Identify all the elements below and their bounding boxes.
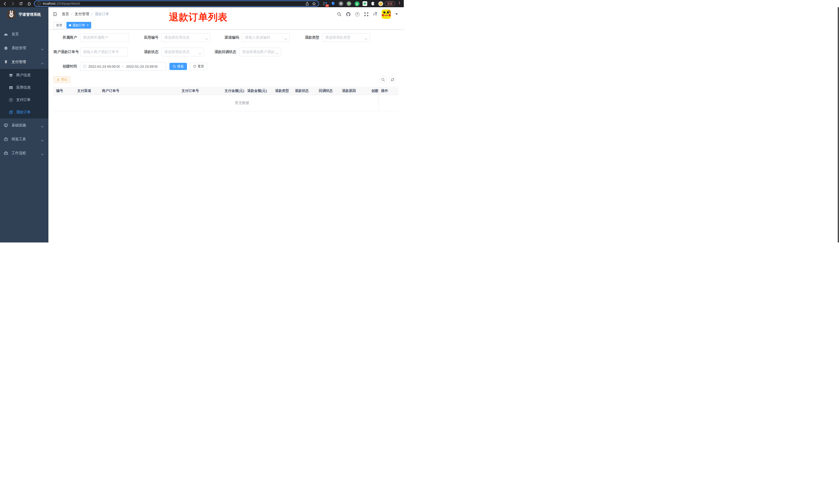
show-search-toggle-icon[interactable] [379,76,387,83]
date-end-value: 2022-01-23 23:59:59 [126,65,158,69]
browser-reload-button[interactable] [19,1,23,6]
export-label: 导出 [61,77,67,82]
sidebar-item-refund-order[interactable]: 退款订单 [0,106,49,119]
font-size-icon[interactable]: TT [373,12,378,17]
sidebar-item-pay-order[interactable]: ¥ 支付订单 [0,94,49,106]
filter-label: 所属商户 [54,35,80,40]
breadcrumb: 首页 / 支付管理 / 退款订单 [62,12,109,17]
tab-label: 退款订单 [73,23,85,28]
command-glyph: ⌘ [339,1,343,6]
filter-label: 商户退款订单号 [54,50,80,54]
share-icon[interactable] [305,2,309,5]
y-glyph: y [355,1,359,6]
placeholder: 请选择退款类型 [325,35,351,40]
browser-profile-avatar[interactable] [377,1,384,6]
export-button[interactable]: 导出 [54,76,70,83]
url-host: localhost [43,2,55,5]
column-header: 回调状态 [316,89,339,93]
bookmark-star-icon[interactable] [312,2,316,6]
breadcrumb-payment[interactable]: 支付管理 [75,12,89,17]
app-title: 芋道管理系统 [19,12,41,17]
github-icon[interactable] [345,12,351,17]
refund-status-select[interactable]: 请选择退款状态 [161,48,204,56]
merchant-select[interactable]: 请选择所属商户 [80,33,129,42]
main-area: 首页 / 支付管理 / 退款订单 ? [49,7,404,242]
chevron-down-icon [41,138,44,142]
column-header: 支付订单号 [179,89,222,93]
tab-close-icon[interactable]: × [87,24,89,27]
user-avatar[interactable] [382,10,391,19]
sidebar-item-label: 首页 [12,32,19,37]
column-header: 创建时间 [369,89,378,93]
extensions-puzzle-icon[interactable] [370,1,376,6]
filter-label: 退款类型 [290,35,322,40]
browser-chrome: i localhost:1024/pay/refund 10 ⌘ y [0,0,404,7]
search-icon[interactable] [337,12,342,17]
browser-home-button[interactable] [27,1,31,6]
breadcrumb-separator: / [71,12,72,16]
filter-row-1: 所属商户 请选择所属商户 应用编号 请选择应用信息 渠道编码 请输入渠道编码 退… [54,33,370,42]
column-header: 商户订单号 [100,89,179,93]
extension-chat-icon[interactable] [362,1,368,6]
extension-tasks-icon[interactable]: 10 [322,1,328,6]
placeholder: 请选择退款状态 [164,50,190,54]
chevron-down-icon [205,37,208,41]
channel-code-select[interactable]: 请输入渠道编码 [242,33,290,42]
address-bar[interactable]: i localhost:1024/pay/refund [34,1,319,7]
column-header-actions: 操作 [378,89,399,93]
extension-record-icon[interactable] [346,1,352,6]
search-button[interactable]: 搜索 [169,63,187,70]
clock-icon [83,65,87,68]
column-header: 退款状态 [292,89,316,93]
table-empty-row: 暂无数据 [54,95,399,111]
column-header: 支付金额(元) [222,89,245,93]
sidebar-item-workflow[interactable]: 工作流程 [0,146,49,160]
refund-notify-status-select[interactable]: 请选择通知商户退款结果的 [239,48,281,56]
chevron-up-icon [41,61,44,65]
sidebar-item-infrastructure[interactable]: 基础设施 [0,119,49,132]
extension-y-icon[interactable]: y [354,1,360,6]
sidebar-item-payment[interactable]: ¥ 支付管理 [0,55,49,69]
tab-refund-order[interactable]: 退款订单 × [67,22,91,29]
sidebar-item-system[interactable]: 系统管理 [0,41,49,55]
date-range-picker[interactable]: 2022-01-23 00:00:00 - 2022-01-23 23:59:5… [80,62,166,71]
merchant-refund-no-input[interactable]: 请输入商户退款订单号 [80,48,128,56]
url-path: :1024/pay/refund [55,2,79,5]
browser-menu-icon[interactable]: ⋮ [398,1,401,5]
sidebar-item-label: 系统管理 [12,46,26,51]
browser-update-button[interactable]: 更新 [385,1,395,6]
monitor-icon [4,123,8,127]
avatar-caret-icon[interactable] [395,13,398,15]
annotation-title: 退款订单列表 [169,11,228,24]
breadcrumb-home[interactable]: 首页 [62,12,69,17]
breadcrumb-current: 退款订单 [95,12,109,17]
fullscreen-icon[interactable] [363,12,369,17]
filter-row-2: 商户退款订单号 请输入商户退款订单号 退款状态 请选择退款状态 退款回调状态 请… [54,48,281,56]
sidebar-item-label: 退款订单 [16,110,31,114]
sidebar-item-label: 应用信息 [16,85,31,90]
yen-circle-icon: ¥ [9,98,13,102]
reset-button[interactable]: 重置 [190,63,207,70]
site-info-icon[interactable]: i [37,2,41,5]
app-select[interactable]: 请选择应用信息 [161,33,210,42]
filter-label: 退款回调状态 [204,50,239,54]
reset-label: 重置 [197,64,204,69]
browser-forward-button[interactable] [10,1,15,6]
browser-back-button[interactable] [3,1,7,6]
chevron-down-icon [365,37,368,41]
sidebar-item-app-info[interactable]: 应用信息 [0,82,49,94]
dashboard-icon [4,32,8,36]
chevron-down-icon [41,47,44,51]
tab-home[interactable]: 首页 [54,22,65,29]
sidebar-item-merchant-info[interactable]: 商户信息 [0,69,49,82]
extension-gem-icon[interactable] [330,1,336,6]
sidebar-item-dev-tools[interactable]: 研发工具 [0,132,49,146]
extension-command-icon[interactable]: ⌘ [338,1,344,6]
help-icon[interactable]: ? [355,12,360,17]
sidebar-fold-icon[interactable] [52,11,58,17]
refresh-table-icon[interactable] [389,76,396,83]
sidebar-item-home[interactable]: 首页 [0,27,49,41]
refund-type-select[interactable]: 请选择退款类型 [322,33,370,42]
filter-label: 应用编号 [129,35,161,40]
sidebar-logo[interactable]: 芋道管理系统 [0,7,49,22]
